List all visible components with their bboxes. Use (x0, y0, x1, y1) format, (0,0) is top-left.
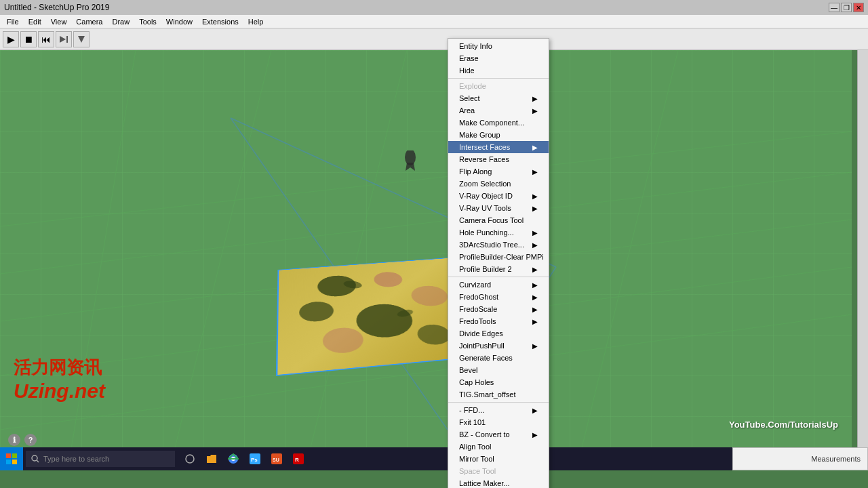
ctx-area[interactable]: Area▶ (448, 104, 549, 117)
svg-line-9 (170, 50, 271, 470)
ctx-vray-uv-tools[interactable]: V-Ray UV Tools▶ (448, 202, 549, 214)
minimize-button[interactable]: — (829, 3, 840, 12)
ctx-hole-punching[interactable]: Hole Punching...▶ (448, 226, 549, 239)
folder-icon (206, 453, 217, 464)
ctx-curvizard[interactable]: Curvizard▶ (448, 279, 549, 291)
ctx-bz-convert[interactable]: BZ - Convert to▶ (448, 428, 549, 441)
menu-camera[interactable]: Camera (72, 16, 106, 27)
titlebar-controls: — ❐ ✕ (829, 3, 864, 12)
menu-draw[interactable]: Draw (108, 16, 134, 27)
svg-marker-0 (60, 36, 66, 43)
search-box[interactable]: Type here to search (26, 451, 175, 467)
menu-edit[interactable]: Edit (24, 16, 45, 27)
svg-point-23 (186, 455, 194, 463)
svg-text:Ps: Ps (251, 457, 258, 463)
viewport[interactable]: 活力网资讯 Uzing.net YouTube.Com/TutorialsUp (0, 50, 852, 470)
ctx-mirror-tool[interactable]: Mirror Tool (448, 453, 549, 465)
taskbar-icon-file-explorer[interactable] (202, 449, 221, 468)
tool-next[interactable] (56, 31, 72, 47)
ctx-ffd[interactable]: - FFD...▶ (448, 404, 549, 416)
youtube-channel: YouTube.Com/TutorialsUp (729, 420, 838, 430)
ctx-sep-1 (448, 78, 549, 79)
ctx-3darcstudio[interactable]: 3DArcStudio Tree...▶ (448, 239, 549, 251)
ctx-zoom-selection[interactable]: Zoom Selection (448, 178, 549, 190)
context-menu: Entity Info Erase Hide Explode Select▶ A… (448, 38, 549, 488)
app-icon: R (293, 453, 304, 464)
ctx-tig-smart-offset[interactable]: TIG.Smart_offset (448, 388, 549, 401)
ctx-profile-builder-2[interactable]: Profile Builder 2▶ (448, 263, 549, 275)
menu-window[interactable]: Window (162, 16, 197, 27)
svg-line-22 (37, 460, 39, 462)
svg-text:SU: SU (273, 458, 279, 462)
measurements-label: Measurements (811, 455, 861, 463)
svg-point-21 (32, 455, 37, 461)
taskbar-icon-cortana[interactable] (180, 449, 199, 468)
svg-line-12 (576, 50, 678, 470)
menubar: File Edit View Camera Draw Tools Window … (0, 15, 868, 28)
ctx-bevel[interactable]: Bevel (448, 364, 549, 376)
ctx-erase[interactable]: Erase (448, 52, 549, 64)
ctx-cap-holes[interactable]: Cap Holes (448, 376, 549, 388)
ctx-make-component[interactable]: Make Component... (448, 117, 549, 129)
ctx-explode[interactable]: Explode (448, 80, 549, 92)
info-icon[interactable]: ℹ (8, 434, 20, 446)
photoshop-icon: Ps (250, 453, 260, 464)
svg-line-7 (0, 131, 852, 226)
tool-prev[interactable]: ⏮ (38, 31, 54, 47)
search-icon (184, 453, 195, 464)
ctx-align-tool[interactable]: Align Tool (448, 441, 549, 453)
ctx-select[interactable]: Select▶ (448, 92, 549, 104)
cursor-icon (400, 150, 420, 179)
titlebar: Untitled - SketchUp Pro 2019 — ❐ ✕ (0, 0, 868, 15)
help-icon[interactable]: ? (24, 434, 37, 446)
svg-rect-20 (12, 460, 17, 464)
toolbar: ▶ ⏹ ⏮ (0, 28, 868, 50)
ctx-make-group[interactable]: Make Group (448, 129, 549, 141)
titlebar-title: Untitled - SketchUp Pro 2019 (4, 3, 109, 12)
ctx-divide-edges[interactable]: Divide Edges (448, 327, 549, 340)
watermark-url: Uzing.net (14, 380, 105, 403)
scrollbar-right[interactable] (857, 50, 868, 470)
ctx-fredotools[interactable]: FredoTools▶ (448, 315, 549, 327)
menu-view[interactable]: View (47, 16, 71, 27)
ctx-vray-object-id[interactable]: V-Ray Object ID▶ (448, 190, 549, 202)
menu-file[interactable]: File (3, 16, 23, 27)
svg-rect-19 (6, 460, 11, 464)
ctx-fredoscale[interactable]: FredoScale▶ (448, 303, 549, 315)
svg-line-10 (305, 50, 407, 470)
ctx-reverse-faces[interactable]: Reverse Faces (448, 153, 549, 165)
ctx-fredoghost[interactable]: FredoGhost▶ (448, 291, 549, 303)
ctx-generate-faces[interactable]: Generate Faces (448, 352, 549, 364)
tool-play[interactable]: ▶ (3, 31, 19, 47)
measurements-bar: Measurements (732, 447, 868, 470)
ctx-intersect-faces[interactable]: Intersect Faces▶ (448, 141, 549, 153)
menu-tools[interactable]: Tools (135, 16, 161, 27)
taskbar-icon-red[interactable]: R (289, 449, 308, 468)
ctx-profilebuilder-clear[interactable]: ProfileBuilder-Clear PMPi (448, 251, 549, 263)
svg-rect-18 (12, 453, 17, 458)
tool-down[interactable] (73, 31, 90, 47)
taskbar-icon-sketchup[interactable]: SU (267, 449, 286, 468)
ctx-fxit101[interactable]: Fxit 101 (448, 416, 549, 428)
taskbar-icon-chrome[interactable] (224, 449, 243, 468)
ctx-lattice-maker[interactable]: Lattice Maker... (448, 477, 549, 488)
ctx-sep-2 (448, 277, 549, 277)
taskbar-icons: Ps SU R (180, 449, 308, 468)
taskbar-icon-photoshop[interactable]: Ps (245, 449, 264, 468)
ctx-camera-focus[interactable]: Camera Focus Tool (448, 214, 549, 226)
chrome-icon (228, 453, 239, 464)
ctx-jointpushpull[interactable]: JointPushPull▶ (448, 340, 549, 352)
tool-stop[interactable]: ⏹ (20, 31, 37, 47)
ctx-flip-along[interactable]: Flip Along▶ (448, 165, 549, 178)
maximize-button[interactable]: ❐ (841, 3, 852, 12)
watermark-chinese: 活力网资讯 (14, 356, 105, 380)
menu-help[interactable]: Help (244, 16, 268, 27)
close-button[interactable]: ✕ (853, 3, 864, 12)
svg-text:R: R (295, 457, 299, 463)
start-button[interactable] (0, 447, 23, 470)
ctx-hide[interactable]: Hide (448, 64, 549, 77)
ctx-entity-info[interactable]: Entity Info (448, 40, 549, 52)
menu-extensions[interactable]: Extensions (198, 16, 243, 27)
ctx-space-tool[interactable]: Space Tool (448, 465, 549, 477)
sketchup-icon: SU (271, 453, 282, 464)
